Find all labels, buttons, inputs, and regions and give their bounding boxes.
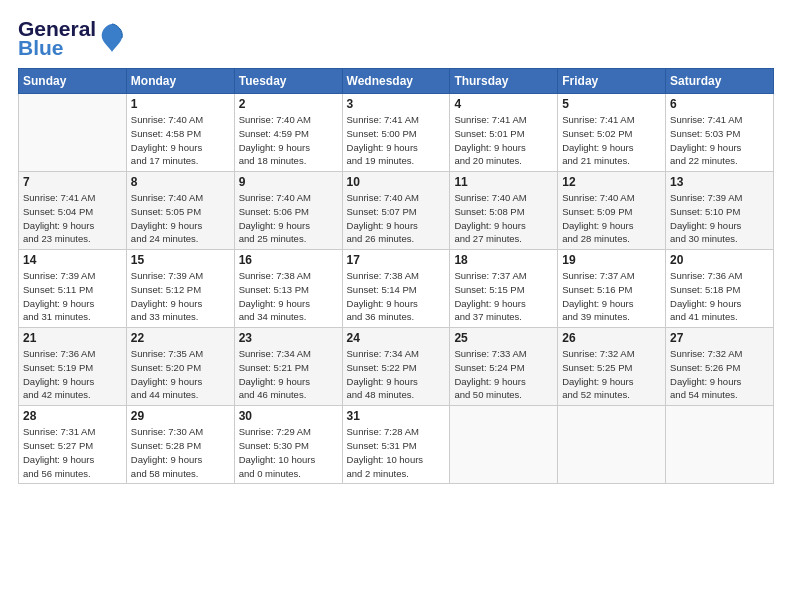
calendar-cell bbox=[666, 406, 774, 484]
calendar-cell: 10Sunrise: 7:40 AM Sunset: 5:07 PM Dayli… bbox=[342, 172, 450, 250]
day-number: 14 bbox=[23, 253, 122, 267]
calendar-table: SundayMondayTuesdayWednesdayThursdayFrid… bbox=[18, 68, 774, 484]
week-row-1: 7Sunrise: 7:41 AM Sunset: 5:04 PM Daylig… bbox=[19, 172, 774, 250]
calendar-cell bbox=[19, 94, 127, 172]
day-number: 17 bbox=[347, 253, 446, 267]
calendar-cell: 9Sunrise: 7:40 AM Sunset: 5:06 PM Daylig… bbox=[234, 172, 342, 250]
calendar-cell: 5Sunrise: 7:41 AM Sunset: 5:02 PM Daylig… bbox=[558, 94, 666, 172]
day-info: Sunrise: 7:39 AM Sunset: 5:11 PM Dayligh… bbox=[23, 269, 122, 324]
day-info: Sunrise: 7:41 AM Sunset: 5:00 PM Dayligh… bbox=[347, 113, 446, 168]
calendar-cell: 30Sunrise: 7:29 AM Sunset: 5:30 PM Dayli… bbox=[234, 406, 342, 484]
day-info: Sunrise: 7:40 AM Sunset: 4:58 PM Dayligh… bbox=[131, 113, 230, 168]
day-info: Sunrise: 7:31 AM Sunset: 5:27 PM Dayligh… bbox=[23, 425, 122, 480]
day-number: 3 bbox=[347, 97, 446, 111]
day-number: 8 bbox=[131, 175, 230, 189]
header-friday: Friday bbox=[558, 69, 666, 94]
day-info: Sunrise: 7:34 AM Sunset: 5:22 PM Dayligh… bbox=[347, 347, 446, 402]
day-number: 27 bbox=[670, 331, 769, 345]
day-number: 31 bbox=[347, 409, 446, 423]
calendar-cell: 29Sunrise: 7:30 AM Sunset: 5:28 PM Dayli… bbox=[126, 406, 234, 484]
calendar-cell bbox=[558, 406, 666, 484]
calendar-cell: 24Sunrise: 7:34 AM Sunset: 5:22 PM Dayli… bbox=[342, 328, 450, 406]
day-number: 19 bbox=[562, 253, 661, 267]
calendar-cell: 17Sunrise: 7:38 AM Sunset: 5:14 PM Dayli… bbox=[342, 250, 450, 328]
calendar-cell: 19Sunrise: 7:37 AM Sunset: 5:16 PM Dayli… bbox=[558, 250, 666, 328]
day-number: 12 bbox=[562, 175, 661, 189]
calendar-cell: 6Sunrise: 7:41 AM Sunset: 5:03 PM Daylig… bbox=[666, 94, 774, 172]
page-header: General Blue bbox=[18, 18, 774, 58]
calendar-cell: 23Sunrise: 7:34 AM Sunset: 5:21 PM Dayli… bbox=[234, 328, 342, 406]
logo-blue: Blue bbox=[18, 37, 96, 58]
day-number: 5 bbox=[562, 97, 661, 111]
logo-bird-icon bbox=[98, 22, 126, 54]
day-number: 29 bbox=[131, 409, 230, 423]
day-info: Sunrise: 7:37 AM Sunset: 5:16 PM Dayligh… bbox=[562, 269, 661, 324]
header-wednesday: Wednesday bbox=[342, 69, 450, 94]
day-number: 22 bbox=[131, 331, 230, 345]
calendar-cell: 16Sunrise: 7:38 AM Sunset: 5:13 PM Dayli… bbox=[234, 250, 342, 328]
day-info: Sunrise: 7:32 AM Sunset: 5:25 PM Dayligh… bbox=[562, 347, 661, 402]
calendar-cell: 22Sunrise: 7:35 AM Sunset: 5:20 PM Dayli… bbox=[126, 328, 234, 406]
day-info: Sunrise: 7:38 AM Sunset: 5:13 PM Dayligh… bbox=[239, 269, 338, 324]
day-info: Sunrise: 7:40 AM Sunset: 5:09 PM Dayligh… bbox=[562, 191, 661, 246]
day-info: Sunrise: 7:41 AM Sunset: 5:03 PM Dayligh… bbox=[670, 113, 769, 168]
day-number: 28 bbox=[23, 409, 122, 423]
day-info: Sunrise: 7:39 AM Sunset: 5:10 PM Dayligh… bbox=[670, 191, 769, 246]
day-number: 11 bbox=[454, 175, 553, 189]
day-info: Sunrise: 7:39 AM Sunset: 5:12 PM Dayligh… bbox=[131, 269, 230, 324]
calendar-cell: 20Sunrise: 7:36 AM Sunset: 5:18 PM Dayli… bbox=[666, 250, 774, 328]
day-info: Sunrise: 7:41 AM Sunset: 5:01 PM Dayligh… bbox=[454, 113, 553, 168]
day-number: 4 bbox=[454, 97, 553, 111]
day-info: Sunrise: 7:34 AM Sunset: 5:21 PM Dayligh… bbox=[239, 347, 338, 402]
day-number: 26 bbox=[562, 331, 661, 345]
day-info: Sunrise: 7:29 AM Sunset: 5:30 PM Dayligh… bbox=[239, 425, 338, 480]
calendar-cell: 25Sunrise: 7:33 AM Sunset: 5:24 PM Dayli… bbox=[450, 328, 558, 406]
day-number: 20 bbox=[670, 253, 769, 267]
day-info: Sunrise: 7:30 AM Sunset: 5:28 PM Dayligh… bbox=[131, 425, 230, 480]
calendar-cell: 21Sunrise: 7:36 AM Sunset: 5:19 PM Dayli… bbox=[19, 328, 127, 406]
header-monday: Monday bbox=[126, 69, 234, 94]
day-number: 10 bbox=[347, 175, 446, 189]
day-info: Sunrise: 7:28 AM Sunset: 5:31 PM Dayligh… bbox=[347, 425, 446, 480]
logo: General Blue bbox=[18, 18, 126, 58]
day-number: 23 bbox=[239, 331, 338, 345]
day-info: Sunrise: 7:40 AM Sunset: 5:08 PM Dayligh… bbox=[454, 191, 553, 246]
day-number: 25 bbox=[454, 331, 553, 345]
day-number: 13 bbox=[670, 175, 769, 189]
day-info: Sunrise: 7:40 AM Sunset: 5:06 PM Dayligh… bbox=[239, 191, 338, 246]
week-row-0: 1Sunrise: 7:40 AM Sunset: 4:58 PM Daylig… bbox=[19, 94, 774, 172]
day-number: 1 bbox=[131, 97, 230, 111]
header-saturday: Saturday bbox=[666, 69, 774, 94]
day-info: Sunrise: 7:41 AM Sunset: 5:02 PM Dayligh… bbox=[562, 113, 661, 168]
calendar-cell: 3Sunrise: 7:41 AM Sunset: 5:00 PM Daylig… bbox=[342, 94, 450, 172]
week-row-4: 28Sunrise: 7:31 AM Sunset: 5:27 PM Dayli… bbox=[19, 406, 774, 484]
day-number: 30 bbox=[239, 409, 338, 423]
day-info: Sunrise: 7:35 AM Sunset: 5:20 PM Dayligh… bbox=[131, 347, 230, 402]
calendar-cell: 13Sunrise: 7:39 AM Sunset: 5:10 PM Dayli… bbox=[666, 172, 774, 250]
day-info: Sunrise: 7:40 AM Sunset: 5:07 PM Dayligh… bbox=[347, 191, 446, 246]
calendar-cell: 7Sunrise: 7:41 AM Sunset: 5:04 PM Daylig… bbox=[19, 172, 127, 250]
calendar-cell: 27Sunrise: 7:32 AM Sunset: 5:26 PM Dayli… bbox=[666, 328, 774, 406]
calendar-cell: 28Sunrise: 7:31 AM Sunset: 5:27 PM Dayli… bbox=[19, 406, 127, 484]
day-number: 16 bbox=[239, 253, 338, 267]
calendar-header-row: SundayMondayTuesdayWednesdayThursdayFrid… bbox=[19, 69, 774, 94]
day-info: Sunrise: 7:40 AM Sunset: 5:05 PM Dayligh… bbox=[131, 191, 230, 246]
day-number: 15 bbox=[131, 253, 230, 267]
day-info: Sunrise: 7:36 AM Sunset: 5:18 PM Dayligh… bbox=[670, 269, 769, 324]
calendar-cell bbox=[450, 406, 558, 484]
day-info: Sunrise: 7:41 AM Sunset: 5:04 PM Dayligh… bbox=[23, 191, 122, 246]
day-number: 6 bbox=[670, 97, 769, 111]
calendar-cell: 2Sunrise: 7:40 AM Sunset: 4:59 PM Daylig… bbox=[234, 94, 342, 172]
calendar-cell: 14Sunrise: 7:39 AM Sunset: 5:11 PM Dayli… bbox=[19, 250, 127, 328]
day-number: 7 bbox=[23, 175, 122, 189]
calendar-cell: 31Sunrise: 7:28 AM Sunset: 5:31 PM Dayli… bbox=[342, 406, 450, 484]
calendar-cell: 11Sunrise: 7:40 AM Sunset: 5:08 PM Dayli… bbox=[450, 172, 558, 250]
day-info: Sunrise: 7:33 AM Sunset: 5:24 PM Dayligh… bbox=[454, 347, 553, 402]
week-row-3: 21Sunrise: 7:36 AM Sunset: 5:19 PM Dayli… bbox=[19, 328, 774, 406]
calendar-cell: 12Sunrise: 7:40 AM Sunset: 5:09 PM Dayli… bbox=[558, 172, 666, 250]
day-info: Sunrise: 7:32 AM Sunset: 5:26 PM Dayligh… bbox=[670, 347, 769, 402]
calendar-cell: 18Sunrise: 7:37 AM Sunset: 5:15 PM Dayli… bbox=[450, 250, 558, 328]
header-tuesday: Tuesday bbox=[234, 69, 342, 94]
day-number: 18 bbox=[454, 253, 553, 267]
day-info: Sunrise: 7:40 AM Sunset: 4:59 PM Dayligh… bbox=[239, 113, 338, 168]
